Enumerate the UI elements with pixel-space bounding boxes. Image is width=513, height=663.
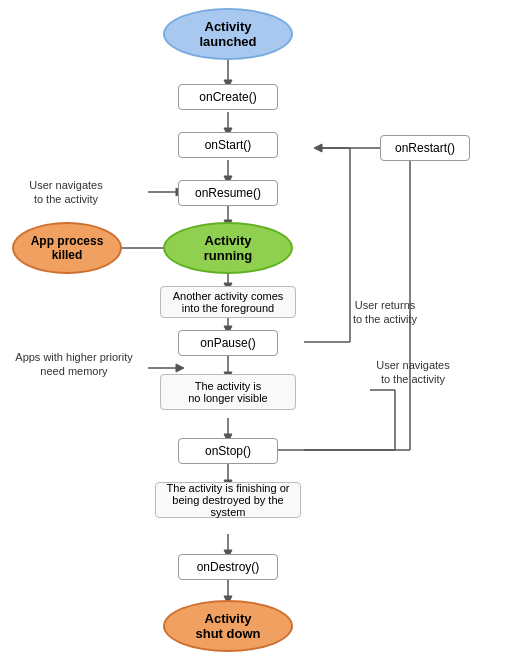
activity-running-node: Activity running	[163, 222, 293, 274]
activity-launched-node: Activity launched	[163, 8, 293, 60]
on-pause-node: onPause()	[178, 330, 278, 356]
on-stop-node: onStop()	[178, 438, 278, 464]
apps-higher-priority-label: Apps with higher priority need memory	[2, 350, 146, 379]
user-navigates-activity-label: User navigates to the activity	[358, 358, 468, 387]
activity-finishing-label: The activity is finishing or being destr…	[155, 482, 301, 518]
activity-shut-down-node: Activity shut down	[163, 600, 293, 652]
activity-lifecycle-diagram: Activity launched onCreate() onStart() o…	[0, 0, 513, 663]
app-process-killed-node: App process killed	[12, 222, 122, 274]
on-restart-node: onRestart()	[380, 135, 470, 161]
on-destroy-node: onDestroy()	[178, 554, 278, 580]
on-start-node: onStart()	[178, 132, 278, 158]
on-resume-node: onResume()	[178, 180, 278, 206]
user-navigates-label: User navigates to the activity	[6, 178, 126, 207]
activity-no-longer-visible-label: The activity is no longer visible	[160, 374, 296, 410]
another-activity-label: Another activity comes into the foregrou…	[160, 286, 296, 318]
svg-marker-25	[314, 144, 322, 152]
user-returns-label: User returns to the activity	[330, 298, 440, 327]
on-create-node: onCreate()	[178, 84, 278, 110]
svg-marker-31	[176, 364, 184, 372]
